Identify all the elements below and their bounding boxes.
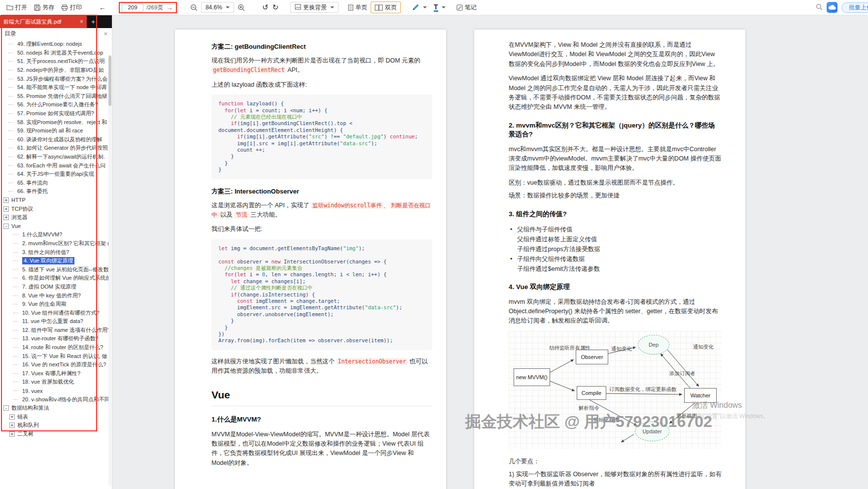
prev-page-button[interactable]: ←: [97, 3, 108, 11]
tree-toggle-icon[interactable]: [14, 250, 20, 255]
tree-toggle-icon[interactable]: [9, 111, 15, 116]
sidebar-scrollbar-thumb[interactable]: [108, 56, 111, 106]
toc-item[interactable]: 2. mvvm和mvc区别? 它和其它框架 (: [0, 239, 112, 248]
close-outline-panel-button[interactable]: ×: [104, 30, 107, 37]
toc-item[interactable]: 12. 组件中写 name 选项有什么作用?: [0, 326, 112, 335]
tree-toggle-icon[interactable]: [14, 232, 20, 237]
toc-item[interactable]: 9. Vue 的生命周期: [0, 300, 112, 309]
toc-item[interactable]: 55. Promise 凭借什么消灭了回调地狱: [0, 92, 112, 101]
tree-toggle-icon[interactable]: [9, 154, 15, 160]
toc-item[interactable]: 16. Vue 的 nextTick 的原理是什么?: [0, 360, 112, 369]
tree-toggle-icon[interactable]: [14, 301, 20, 307]
tree-toggle-icon[interactable]: [14, 336, 20, 341]
sidebar-scrollbar[interactable]: [108, 55, 111, 486]
tree-toggle-icon[interactable]: [9, 41, 15, 47]
toc-item[interactable]: 数据结构和算法: [0, 404, 112, 413]
toc-item[interactable]: TCP协议: [0, 204, 112, 213]
search-icon[interactable]: [816, 3, 823, 12]
toc-item[interactable]: 链表: [0, 413, 112, 422]
tree-toggle-icon[interactable]: [14, 327, 20, 333]
tree-toggle-icon[interactable]: [14, 310, 20, 316]
toc-item[interactable]: 51. 关于process.nextTick的一点说明: [0, 57, 112, 66]
tree-toggle-icon[interactable]: [3, 206, 9, 212]
zoom-in-button[interactable]: [234, 1, 248, 13]
tree-toggle-icon[interactable]: [9, 59, 15, 64]
tree-toggle-icon[interactable]: [14, 267, 20, 272]
toc-item[interactable]: 52. nodejs中的异步、非阻塞I/O是如: [0, 66, 112, 75]
toc-item[interactable]: 13. vue-router 有哪些钩子函数?: [0, 334, 112, 343]
tree-toggle-icon[interactable]: [9, 171, 15, 177]
print-button[interactable]: 打印: [58, 1, 85, 13]
document-tab-active[interactable]: 前端大厂面试题宝典.pdf ×: [0, 15, 87, 28]
tree-toggle-icon[interactable]: [14, 319, 20, 324]
tree-toggle-icon[interactable]: [9, 67, 15, 73]
toc-item[interactable]: 53. JS异步编程有哪些方案? 为什么会: [0, 74, 112, 83]
tree-toggle-icon[interactable]: [14, 379, 20, 385]
toc-item[interactable]: 58. 实现Promise的 resolve、reject 和: [0, 118, 112, 127]
tree-toggle-icon[interactable]: [9, 50, 15, 56]
toc-item[interactable]: 1.什么是MVVM?: [0, 230, 112, 239]
cloud-app-logo-icon[interactable]: [827, 2, 837, 13]
tree-toggle-icon[interactable]: [3, 197, 9, 203]
toc-item[interactable]: 65. 事件流向: [0, 179, 112, 188]
toc-item[interactable]: 63. forEach 中用 await 会产生什么问: [0, 161, 112, 170]
toc-item[interactable]: 57. Promise 如何实现链式调用?: [0, 109, 112, 118]
open-button[interactable]: 打开: [3, 1, 31, 13]
toc-item[interactable]: 19. vuex: [0, 387, 112, 395]
toc-item[interactable]: 3. 组件之间的传值?: [0, 248, 112, 257]
tree-toggle-icon[interactable]: [9, 423, 15, 428]
toc-item[interactable]: 浏览器: [0, 213, 112, 222]
tree-toggle-icon[interactable]: [9, 163, 15, 168]
double-page-button-selected[interactable]: 双页: [371, 1, 401, 13]
tree-toggle-icon[interactable]: [9, 189, 15, 194]
toc-item[interactable]: 17. Vuex 有哪几种属性?: [0, 369, 112, 378]
toc-item[interactable]: HTTP: [0, 196, 112, 205]
toc-item[interactable]: 8. Vue 中 key 值的作用?: [0, 291, 112, 300]
toc-item[interactable]: 49. 理解EventLoop: nodejs: [0, 40, 112, 49]
tree-toggle-icon[interactable]: [9, 414, 15, 420]
tree-toggle-icon[interactable]: [9, 85, 15, 90]
toc-item[interactable]: 18. vue 首屏加载优化: [0, 378, 112, 387]
new-tab-button[interactable]: +: [87, 15, 100, 28]
toc-item[interactable]: Vue: [0, 222, 112, 230]
save-as-button[interactable]: 另存: [31, 1, 58, 13]
single-page-button[interactable]: 单页: [345, 1, 371, 13]
toc-item[interactable]: 7. 虚拟 DOM 实现原理: [0, 283, 112, 292]
change-background-select[interactable]: 更换背景: [290, 2, 339, 13]
tab-close-icon[interactable]: ×: [80, 18, 83, 25]
redo-button[interactable]: ↻: [271, 3, 281, 12]
tree-toggle-icon[interactable]: [14, 284, 20, 290]
tree-toggle-icon[interactable]: [14, 362, 20, 367]
tree-toggle-icon[interactable]: [14, 241, 20, 246]
toc-item[interactable]: 54. 能不能简单实现一下 node 中回调: [0, 83, 112, 92]
toc-item[interactable]: 14. route 和 router 的区别是什么?: [0, 343, 112, 352]
toc-item[interactable]: 6. 你是如何理解 Vue 的响应式系统的: [0, 274, 112, 283]
tree-toggle-icon[interactable]: [9, 128, 15, 133]
toc-item[interactable]: 62. 解释一下async/await的运行机制.: [0, 153, 112, 162]
tree-toggle-icon[interactable]: [9, 431, 15, 437]
tree-toggle-icon[interactable]: [9, 102, 15, 107]
toc-item[interactable]: 56. 为什么Promise要引入微任务?: [0, 100, 112, 109]
toc-item[interactable]: 二叉树: [0, 430, 112, 439]
notes-button[interactable]: 笔记: [453, 1, 480, 13]
goto-page-button[interactable]: →: [166, 3, 173, 11]
tree-toggle-icon[interactable]: [14, 345, 20, 350]
tree-toggle-icon[interactable]: [9, 94, 15, 99]
toc-item[interactable]: 5. 描述下 vue 从初始化页面--修改数: [0, 265, 112, 274]
tree-toggle-icon[interactable]: [14, 293, 20, 298]
tree-toggle-icon[interactable]: [14, 388, 20, 393]
tree-toggle-icon[interactable]: [14, 258, 20, 263]
toc-item[interactable]: 61. 如何让 Generator 的异步代码按照: [0, 144, 112, 153]
zoom-out-button[interactable]: [187, 1, 201, 13]
undo-button[interactable]: ↺: [260, 3, 271, 12]
tree-toggle-icon[interactable]: [3, 224, 9, 229]
zoom-level-select[interactable]: 84.6%: [201, 2, 234, 13]
toc-item[interactable]: 66. 事件委托: [0, 187, 112, 196]
toc-item[interactable]: 20. v-show和v-if指令的共同点和不同: [0, 395, 112, 404]
document-area[interactable]: 方案二: getBoundingClientRect 现在我们用另外一种方式来判…: [112, 15, 868, 489]
toc-item[interactable]: 50. nodejs 和 浏览器关于eventLoop: [0, 49, 112, 58]
toc-item[interactable]: 11. vue 中怎么重置 data?: [0, 317, 112, 326]
tree-toggle-icon[interactable]: [9, 145, 15, 151]
batch-upload-button[interactable]: 批量上传: [841, 2, 868, 13]
toc-item[interactable]: 64. 关于JS中一些重要的api实现: [0, 170, 112, 179]
